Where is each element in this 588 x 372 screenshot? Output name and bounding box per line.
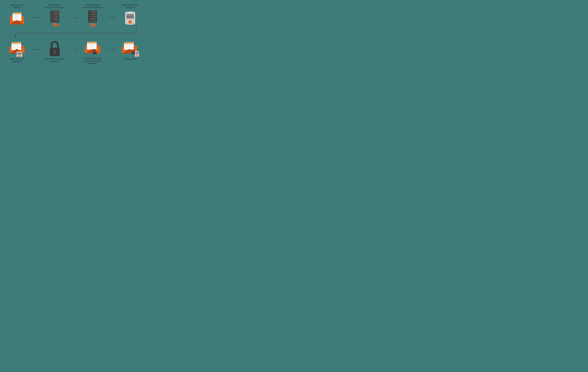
svg-marker-107 <box>38 49 40 50</box>
svg-point-28 <box>57 16 58 17</box>
svg-point-33 <box>54 19 55 19</box>
svg-point-91 <box>15 43 15 43</box>
svg-rect-95 <box>12 47 18 47</box>
svg-rect-152 <box>136 53 138 53</box>
svg-marker-17 <box>38 17 40 18</box>
svg-rect-88 <box>11 42 21 44</box>
arrow-6 <box>107 48 115 51</box>
connector-line <box>2 26 145 37</box>
svg-rect-143 <box>125 47 132 47</box>
step-message-body: Message BodyCaptured <box>3 4 31 26</box>
diagram: Message BodyCaptured <box>0 0 147 70</box>
email-open-icon <box>10 11 24 26</box>
svg-point-111 <box>54 50 55 52</box>
email-lock-icon <box>85 41 100 56</box>
svg-rect-13 <box>13 18 20 19</box>
svg-point-5 <box>14 13 15 14</box>
svg-rect-142 <box>125 46 130 46</box>
svg-rect-125 <box>88 47 95 47</box>
svg-marker-113 <box>76 49 77 50</box>
step-message-sent-label: Message Sent <box>124 58 136 64</box>
svg-rect-92 <box>12 44 20 45</box>
svg-point-156 <box>136 55 137 56</box>
svg-point-60 <box>94 21 95 22</box>
svg-rect-153 <box>136 53 138 54</box>
svg-point-21 <box>56 12 56 12</box>
svg-point-29 <box>56 16 56 17</box>
step-encryption-op-label: Encryption OperationPerformed <box>45 58 64 64</box>
svg-point-130 <box>94 53 95 53</box>
step-encrypted-msg: Encrypted MessageReplaces OriginalMessag… <box>79 41 106 65</box>
svg-rect-12 <box>13 18 18 18</box>
step-sender-info-label: Unique SenderInformation Retrieved <box>45 4 64 9</box>
svg-point-25 <box>56 14 56 15</box>
svg-rect-74 <box>126 16 134 17</box>
svg-rect-10 <box>13 16 19 17</box>
svg-point-51 <box>92 14 93 15</box>
svg-point-49 <box>94 14 95 15</box>
svg-point-99 <box>17 51 22 53</box>
svg-point-46 <box>93 12 94 12</box>
arrow-5 <box>70 48 77 51</box>
svg-rect-38 <box>56 24 59 25</box>
svg-point-22 <box>54 12 55 12</box>
step-signing-label: Signing OperationPerformed <box>122 4 138 9</box>
svg-marker-42 <box>76 17 77 18</box>
svg-point-53 <box>94 16 95 17</box>
svg-rect-110 <box>54 52 55 54</box>
svg-point-20 <box>57 12 58 12</box>
svg-rect-117 <box>87 42 96 43</box>
step-signing: Signing OperationPerformed <box>116 4 144 26</box>
arrow-3 <box>107 16 115 19</box>
svg-marker-132 <box>114 49 115 50</box>
email-sig-icon <box>10 41 24 56</box>
arrow-2 <box>70 16 77 19</box>
step-message-sent: Message Sent <box>116 41 144 64</box>
svg-rect-11 <box>13 17 20 17</box>
svg-point-138 <box>126 43 127 43</box>
svg-point-137 <box>125 43 126 43</box>
svg-marker-84 <box>14 36 16 38</box>
svg-rect-7 <box>13 14 21 15</box>
server-key-icon <box>47 11 62 26</box>
svg-rect-93 <box>12 45 19 45</box>
svg-rect-100 <box>17 53 21 53</box>
svg-point-54 <box>93 16 94 17</box>
svg-rect-9 <box>13 16 20 16</box>
padlock-icon <box>47 41 62 56</box>
step-digital-sig: Digital SignatureAppended <box>3 41 31 64</box>
step-encrypted-msg-label: Encrypted MessageReplaces OriginalMessag… <box>84 57 101 65</box>
svg-rect-63 <box>93 25 96 25</box>
svg-point-119 <box>89 42 90 43</box>
server-key-icon-2 <box>85 11 100 26</box>
svg-point-118 <box>88 42 88 43</box>
svg-rect-140 <box>125 44 133 45</box>
svg-rect-136 <box>124 42 134 44</box>
svg-point-6 <box>16 13 16 14</box>
svg-rect-141 <box>125 45 131 45</box>
email-lock-cert-icon <box>123 41 138 56</box>
svg-rect-144 <box>125 48 130 48</box>
svg-point-139 <box>127 43 128 43</box>
svg-point-26 <box>54 14 55 15</box>
svg-point-31 <box>57 19 58 19</box>
arrow-1 <box>32 16 40 19</box>
svg-point-35 <box>57 21 58 22</box>
svg-rect-121 <box>88 44 96 44</box>
svg-marker-67 <box>114 17 115 18</box>
svg-point-58 <box>92 19 93 19</box>
svg-rect-73 <box>126 14 134 15</box>
step-recipient-info: Unique RecipientInformation Retrieved <box>79 4 106 26</box>
svg-point-24 <box>57 14 58 15</box>
svg-rect-8 <box>13 15 19 15</box>
step-recipient-info-label: Unique RecipientInformation Retrieved <box>83 4 102 9</box>
svg-point-149 <box>133 53 134 53</box>
svg-rect-96 <box>12 48 20 48</box>
certificate-icon <box>123 11 138 26</box>
svg-rect-3 <box>12 12 21 14</box>
svg-point-79 <box>129 21 131 23</box>
svg-point-32 <box>56 19 56 19</box>
svg-point-89 <box>12 43 13 43</box>
svg-point-4 <box>13 13 14 14</box>
svg-rect-94 <box>12 46 19 46</box>
